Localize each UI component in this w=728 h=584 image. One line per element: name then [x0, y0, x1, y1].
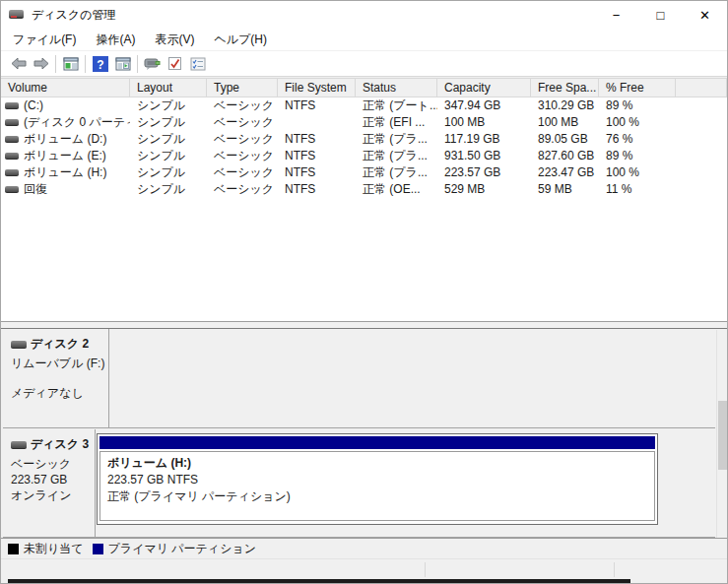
primary-partition-label: プライマリ パーティション — [108, 541, 256, 557]
volume-block-title: ボリューム (H:) — [107, 455, 654, 472]
volume-icon — [5, 102, 19, 109]
volume-status: 正常 (プラ... — [356, 148, 437, 164]
volume-icon — [5, 136, 19, 143]
status-separator — [425, 562, 426, 577]
disk-row-disk3: ディスク 3 ベーシック 223.57 GB オンライン ボリューム (H:) … — [3, 429, 715, 538]
volume-block-status: 正常 (プライマリ パーティション) — [107, 488, 654, 505]
volume-layout: シンプル — [130, 164, 207, 181]
vertical-scrollbar[interactable] — [716, 330, 727, 539]
disk3-name: ディスク 3 — [31, 436, 89, 453]
disk2-type: リムーバブル (F:) — [11, 356, 104, 371]
disk-icon — [11, 441, 27, 449]
volume-capacity: 529 MB — [437, 181, 531, 198]
status-separator — [614, 562, 615, 577]
console-tree-icon[interactable] — [59, 53, 82, 75]
properties-icon[interactable] — [141, 53, 164, 75]
volume-fs: NTFS — [278, 131, 356, 148]
disk2-label-panel[interactable]: ディスク 2 リムーバブル (F:) メディアなし — [3, 329, 109, 427]
volume-fs: NTFS — [278, 148, 356, 164]
help-icon[interactable]: ? — [89, 53, 111, 75]
disk2-spacer — [11, 371, 104, 385]
volume-pctfree: 100 % — [599, 114, 676, 131]
menu-action[interactable]: 操作(A) — [86, 29, 145, 51]
volume-icon — [5, 186, 19, 193]
disk2-name: ディスク 2 — [31, 336, 89, 353]
volume-type: ベーシック — [207, 97, 278, 114]
back-icon[interactable] — [7, 53, 30, 75]
menu-view[interactable]: 表示(V) — [145, 29, 204, 51]
volume-capacity: 100 MB — [437, 114, 531, 131]
volume-icon — [5, 169, 19, 176]
volume-icon — [5, 153, 19, 160]
close-button[interactable]: ✕ — [683, 1, 727, 29]
volume-fs: NTFS — [278, 97, 356, 114]
volume-name: ボリューム (D:) — [24, 131, 106, 148]
disk-graphical-pane: ディスク 2 リムーバブル (F:) メディアなし ディスク 3 ベーシック 2… — [1, 328, 727, 538]
column-header-status[interactable]: Status — [356, 79, 437, 97]
disk2-canvas[interactable] — [109, 329, 715, 427]
disk2-media-status: メディアなし — [11, 385, 104, 401]
volume-status: 正常 (ブート... — [356, 97, 437, 114]
volume-block-size: 223.57 GB NTFS — [107, 472, 654, 488]
toolbar-separator — [55, 55, 56, 73]
volume-name: 回復 — [24, 181, 47, 198]
volume-pctfree: 89 % — [599, 148, 676, 164]
checklist-icon[interactable] — [186, 53, 209, 75]
volume-type: ベーシック — [207, 164, 278, 181]
table-row[interactable]: (ディスク 0 パーティシ... シンプル ベーシック 正常 (EFI ... … — [1, 114, 727, 131]
volume-capacity: 223.57 GB — [437, 164, 531, 181]
volume-pctfree: 76 % — [599, 131, 676, 148]
window-bottom-edge — [8, 579, 630, 584]
table-row[interactable]: ボリューム (D:) シンプル ベーシック NTFS 正常 (プラ... 117… — [1, 131, 727, 148]
volume-free: 310.29 GB — [531, 97, 599, 114]
disk-management-app-icon — [9, 8, 25, 22]
menu-help[interactable]: ヘルプ(H) — [204, 29, 277, 51]
table-row[interactable]: 回復 シンプル ベーシック NTFS 正常 (OE... 529 MB 59 M… — [1, 181, 727, 198]
column-header-filesystem[interactable]: File System — [278, 79, 356, 97]
volume-type: ベーシック — [207, 114, 278, 131]
volume-free: 223.47 GB — [531, 164, 599, 181]
volume-layout: シンプル — [130, 148, 207, 164]
menu-file[interactable]: ファイル(F) — [3, 29, 86, 51]
disk-row-disk2: ディスク 2 リムーバブル (F:) メディアなし — [3, 329, 715, 428]
disk3-type: ベーシック — [11, 456, 91, 472]
volume-type: ベーシック — [207, 148, 278, 164]
volume-icon — [5, 119, 19, 126]
action-pane-icon[interactable] — [111, 53, 134, 75]
toolbar: ? — [1, 50, 727, 77]
volume-status: 正常 (OE... — [356, 181, 437, 198]
column-header-volume[interactable]: Volume — [1, 79, 130, 97]
volume-layout: シンプル — [130, 114, 207, 131]
scrollbar-thumb[interactable] — [718, 401, 727, 470]
volume-pctfree: 89 % — [599, 97, 676, 114]
column-header-empty — [676, 79, 727, 97]
unallocated-label: 未割り当て — [24, 541, 84, 557]
column-header-pctfree[interactable]: % Free — [599, 79, 676, 97]
check-page-icon[interactable] — [164, 53, 186, 75]
table-row[interactable]: ボリューム (E:) シンプル ベーシック NTFS 正常 (プラ... 931… — [1, 148, 727, 164]
column-header-capacity[interactable]: Capacity — [437, 79, 531, 97]
volume-type: ベーシック — [207, 131, 278, 148]
disk3-label-panel[interactable]: ディスク 3 ベーシック 223.57 GB オンライン — [3, 429, 96, 537]
column-header-freespace[interactable]: Free Spa... — [531, 79, 599, 97]
column-header-layout[interactable]: Layout — [130, 79, 207, 97]
unallocated-swatch — [8, 544, 19, 554]
volume-name: ボリューム (E:) — [24, 148, 106, 164]
disk3-volume-block[interactable]: ボリューム (H:) 223.57 GB NTFS 正常 (プライマリ パーティ… — [97, 433, 658, 525]
volume-layout: シンプル — [130, 97, 207, 114]
volume-fs: NTFS — [278, 164, 356, 181]
volume-list-header: Volume Layout Type File System Status Ca… — [1, 78, 727, 97]
volume-pctfree: 100 % — [599, 164, 676, 181]
column-header-type[interactable]: Type — [207, 79, 278, 97]
disk3-online-status: オンライン — [11, 487, 91, 503]
volume-type: ベーシック — [207, 181, 278, 198]
table-row[interactable]: ボリューム (H:) シンプル ベーシック NTFS 正常 (プラ... 223… — [1, 164, 727, 181]
minimize-button[interactable]: − — [594, 1, 638, 29]
disk-management-window: ディスクの管理 − □ ✕ ファイル(F) 操作(A) 表示(V) ヘルプ(H) — [0, 0, 728, 584]
volume-name: (ディスク 0 パーティシ... — [24, 114, 130, 131]
volume-free: 100 MB — [531, 114, 599, 131]
maximize-button[interactable]: □ — [638, 1, 683, 29]
table-row[interactable]: (C:) シンプル ベーシック NTFS 正常 (ブート... 347.94 G… — [1, 97, 727, 114]
legend-bar: 未割り当て プライマリ パーティション — [1, 538, 727, 558]
forward-icon[interactable] — [30, 53, 52, 75]
